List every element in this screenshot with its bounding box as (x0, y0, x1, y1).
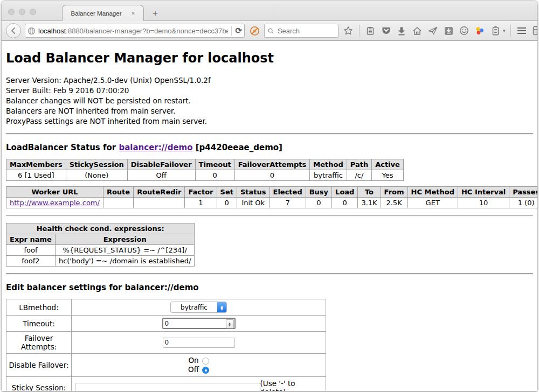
table-row: 6 [1 Used] (None) Off 0 0 bytraffic /c/ … (6, 170, 404, 181)
balancer-demo-link[interactable]: balancer://demo (119, 143, 192, 152)
edit-balancer-heading: Edit balancer settings for balancer://de… (6, 283, 533, 292)
sticky-session-hint: (Use '-' to delete) (260, 379, 322, 391)
pocket-icon[interactable] (380, 25, 392, 37)
loadbalancer-status-heading: LoadBalancer Status for balancer://demo … (6, 143, 533, 152)
menu-hamburger-icon[interactable] (516, 25, 528, 37)
worker-url-link[interactable]: http://www.example.com/ (10, 199, 100, 207)
disable-failover-on-radio[interactable] (202, 358, 209, 365)
select-stepper-icon: ▲▼ (217, 302, 226, 312)
col-stickysession: StickySession (66, 159, 127, 170)
globe-icon (27, 27, 36, 35)
table-row: foof %{REQUEST_STATUS} =~ /^[234]/ (6, 245, 195, 256)
health-check-title: Health check cond. expressions: (6, 223, 195, 234)
server-built-line: Server Built: Feb 9 2016 07:00:20 (6, 86, 533, 96)
disable-failover-label: Disable Failover: (6, 354, 72, 377)
reading-list-icon[interactable] (364, 25, 376, 37)
col-method: Method (310, 159, 347, 170)
col-timeout: Timeout (195, 159, 234, 170)
browser-window: Balancer Manager × + localhost:8880/bala… (2, 1, 537, 391)
download-box-icon[interactable] (443, 25, 454, 37)
section-divider (6, 133, 533, 135)
search-icon (268, 27, 274, 34)
toolbar-divider (510, 25, 511, 37)
feedback-smiley-icon[interactable] (458, 25, 470, 37)
url-bar[interactable]: localhost:8880/balancer-manager?b=demo&n… (25, 24, 245, 38)
col-worker-url: Worker URL (6, 187, 103, 198)
section-divider (6, 215, 533, 216)
lbmethod-selected-value: bytraffic (171, 302, 217, 312)
table-header-row: Worker URL Route RouteRedir Factor Set S… (6, 187, 538, 198)
page-content: Load Balancer Manager for localhost Serv… (2, 41, 537, 391)
reload-icon[interactable]: ⟳ (235, 26, 242, 36)
col-expression: Expression (55, 234, 195, 245)
health-check-table: Health check cond. expressions: Expr nam… (6, 223, 195, 267)
colored-dots-extension-icon[interactable] (474, 25, 486, 37)
url-text[interactable]: localhost:8880/balancer-manager?b=demo&n… (38, 27, 228, 35)
battery-list-icon[interactable] (489, 25, 501, 37)
navigation-toolbar: localhost:8880/balancer-manager?b=demo&n… (2, 21, 537, 41)
table-header-row: MaxMembers StickySession DisableFailover… (6, 159, 404, 170)
failover-attempts-label: Failover Attempts: (6, 332, 72, 354)
server-info: Server Version: Apache/2.5.0-dev (Unix) … (6, 75, 533, 127)
form-row-lbmethod: LBmethod: bytraffic ▲▼ (6, 299, 326, 316)
timeout-label: Timeout: (6, 316, 72, 332)
edit-balancer-form: LBmethod: bytraffic ▲▼ Timeout: ▲▼ (6, 299, 326, 391)
col-maxmembers: MaxMembers (6, 159, 66, 170)
failover-attempts-input[interactable] (163, 338, 235, 348)
content-blocked-icon[interactable] (248, 25, 260, 37)
persist-warning-line: Balancer changes will NOT be persisted o… (6, 96, 533, 106)
search-bar[interactable] (264, 24, 338, 38)
worker-status-table: Worker URL Route RouteRedir Factor Set S… (6, 186, 537, 208)
home-icon[interactable] (411, 25, 423, 37)
col-failoverattempts: FailoverAttempts (234, 159, 310, 170)
form-row-failover-attempts: Failover Attempts: (6, 332, 326, 354)
bookmark-star-icon[interactable] (342, 25, 354, 37)
chevron-down-icon[interactable]: ▾ (503, 28, 506, 33)
col-disablefailover: DisableFailover (127, 159, 195, 170)
form-row-sticky-session: Sticky Session: (Use '-' to delete) (6, 377, 326, 391)
status-heading-suffix: [p4420eeae_demo] (193, 143, 282, 152)
timeout-input[interactable] (162, 318, 236, 329)
col-expr-name: Expr name (6, 234, 56, 245)
col-path: Path (347, 159, 371, 170)
url-domain: localhost (38, 27, 66, 35)
number-spinner-icon[interactable]: ▲▼ (226, 319, 234, 328)
close-tab-icon[interactable]: × (131, 10, 135, 17)
balancers-inherit-line: Balancers are NOT inherited from main se… (6, 106, 533, 116)
lbmethod-select[interactable]: bytraffic ▲▼ (170, 302, 227, 313)
table-row: http://www.example.com/ 1 0 Init Ok 7 0 … (6, 198, 538, 208)
back-arrow-icon (10, 27, 17, 34)
section-divider (6, 273, 533, 275)
status-heading-prefix: LoadBalancer Status for (6, 143, 119, 152)
grid-extension-icon[interactable] (531, 25, 537, 37)
downloads-icon[interactable] (396, 25, 407, 37)
zoom-window-button[interactable] (30, 9, 36, 15)
sticky-session-input[interactable] (75, 383, 260, 391)
balancer-status-table: MaxMembers StickySession DisableFailover… (6, 159, 404, 181)
url-path: :8880/balancer-manager?b=demo&nonce=decc… (66, 27, 228, 35)
radio-on-label: On (188, 356, 198, 365)
table-header-row: Health check cond. expressions: (6, 223, 195, 234)
back-button[interactable] (6, 23, 21, 38)
close-window-button[interactable] (8, 9, 15, 15)
tab-title: Balancer Manager (71, 10, 122, 17)
toolbar-divider (359, 25, 360, 37)
proxypass-inherit-line: ProxyPass settings are NOT inherited fro… (6, 116, 533, 127)
minimize-window-button[interactable] (19, 9, 25, 15)
table-row: foof2 hc('body') =~ /domain is establish… (6, 256, 195, 267)
send-plane-icon[interactable] (427, 25, 439, 37)
search-input[interactable] (277, 26, 335, 36)
tab-strip: Balancer Manager × + (2, 1, 537, 21)
traffic-lights (8, 9, 36, 15)
form-row-timeout: Timeout: ▲▼ (6, 316, 326, 332)
tab-balancer-manager[interactable]: Balancer Manager × (62, 5, 144, 21)
server-version-line: Server Version: Apache/2.5.0-dev (Unix) … (6, 75, 533, 86)
new-tab-button[interactable]: + (153, 9, 158, 18)
disable-failover-off-radio[interactable] (202, 367, 209, 374)
page-title: Load Balancer Manager for localhost (6, 51, 533, 66)
radio-off-label: Off (188, 365, 199, 374)
urlbar-divider (231, 26, 232, 36)
table-header-row: Expr name Expression (6, 234, 195, 245)
lbmethod-label: LBmethod: (6, 299, 72, 316)
form-row-disable-failover: Disable Failover: On Off (6, 354, 326, 377)
